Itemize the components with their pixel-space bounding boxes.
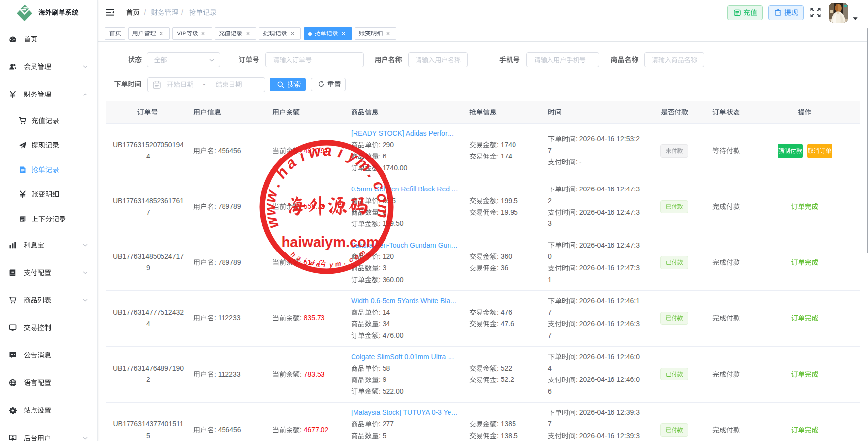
svg-text:m: m: [353, 153, 375, 175]
svg-text:a: a: [282, 154, 299, 172]
svg-text:.: .: [342, 258, 346, 266]
svg-text:o: o: [353, 252, 360, 261]
svg-text:w: w: [261, 188, 281, 204]
svg-text:i: i: [336, 143, 345, 161]
svg-text:w: w: [261, 202, 279, 216]
svg-text:y: y: [329, 261, 334, 269]
svg-text:m: m: [334, 260, 342, 268]
svg-text:c: c: [348, 255, 354, 264]
svg-text:w: w: [262, 214, 282, 231]
svg-text:y: y: [344, 147, 361, 167]
svg-text:h: h: [289, 251, 297, 259]
svg-text:.: .: [266, 179, 284, 189]
